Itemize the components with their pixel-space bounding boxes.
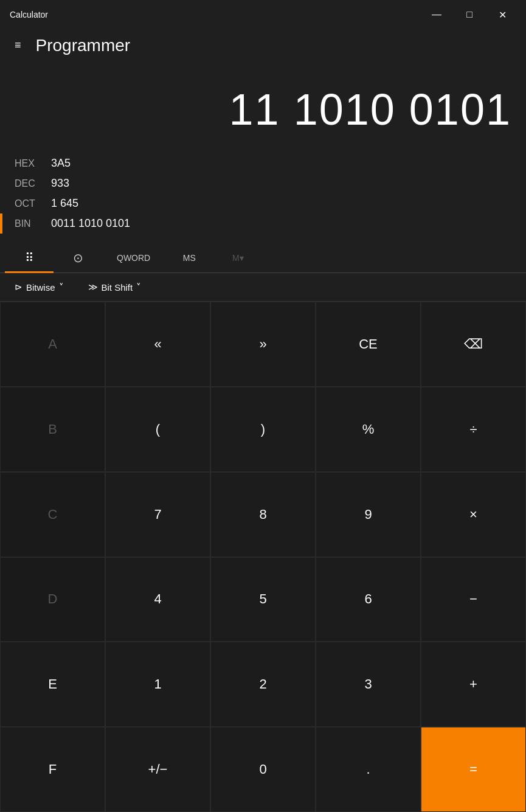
key-5[interactable]: 5 (210, 557, 316, 642)
key-label-CE: CE (359, 336, 378, 352)
key-label-0: 0 (259, 762, 266, 777)
key-label-8: 8 (259, 507, 266, 522)
tool-icon-bitshift: ≫ (88, 282, 98, 293)
conv-value-hex: 3A5 (51, 157, 71, 170)
display-area: 11 1010 0101 HEX3A5DEC933OCT1 645BIN0011… (0, 66, 526, 243)
key-A: A (0, 302, 105, 387)
key-rshift[interactable]: » (210, 302, 316, 387)
key-4[interactable]: 4 (105, 557, 210, 642)
key-label-add: + (469, 676, 477, 692)
key-label-rparen: ) (261, 422, 265, 437)
key-decimal[interactable]: . (316, 727, 421, 812)
conversion-rows: HEX3A5DEC933OCT1 645BIN0011 1010 0101 (15, 153, 511, 234)
maximize-button[interactable]: □ (455, 5, 483, 24)
conv-label-bin: BIN (15, 218, 51, 229)
window-title: Calculator (10, 10, 48, 19)
key-2[interactable]: 2 (210, 642, 316, 727)
key-C: C (0, 472, 105, 557)
key-E[interactable]: E (0, 642, 105, 727)
key-D: D (0, 557, 105, 642)
key-rparen[interactable]: ) (210, 387, 316, 472)
key-label-backspace: ⌫ (464, 336, 483, 352)
conv-label-hex: HEX (15, 158, 51, 169)
key-label-6: 6 (364, 591, 372, 607)
tool-label-bitwise: Bitwise (26, 282, 55, 293)
conv-label-oct: OCT (15, 198, 51, 209)
conversion-row-bin[interactable]: BIN0011 1010 0101 (15, 213, 511, 234)
minimize-button[interactable]: — (423, 5, 451, 24)
key-label-F: F (49, 762, 57, 777)
key-F[interactable]: F (0, 727, 105, 812)
tab-ms[interactable]: MS (165, 246, 213, 270)
key-label-A: A (48, 336, 57, 352)
main-display: 11 1010 0101 (15, 76, 511, 144)
conv-value-bin: 0011 1010 0101 (51, 217, 130, 230)
key-label-rshift: » (259, 336, 266, 352)
conversion-row-oct[interactable]: OCT1 645 (15, 193, 511, 213)
tool-bitshift[interactable]: ≫ Bit Shift ˅ (83, 279, 147, 295)
key-equals[interactable]: = (421, 727, 526, 812)
key-CE[interactable]: CE (316, 302, 421, 387)
menu-icon[interactable]: ≡ (10, 34, 26, 57)
key-label-1: 1 (154, 676, 161, 692)
key-B: B (0, 387, 105, 472)
key-multiply[interactable]: × (421, 472, 526, 557)
key-label-C: C (48, 507, 58, 522)
key-backspace[interactable]: ⌫ (421, 302, 526, 387)
tools-bar: ⊳ Bitwise ˅≫ Bit Shift ˅ (0, 273, 526, 302)
tab-m: M▾ (213, 246, 262, 270)
key-3[interactable]: 3 (316, 642, 421, 727)
tool-bitwise[interactable]: ⊳ Bitwise ˅ (10, 279, 69, 295)
key-label-equals: = (469, 762, 477, 777)
close-button[interactable]: ✕ (488, 5, 516, 24)
key-label-D: D (48, 591, 58, 607)
key-label-3: 3 (364, 676, 372, 692)
key-label-divide: ÷ (469, 422, 477, 437)
tab-label-ms: MS (183, 253, 196, 263)
key-divide[interactable]: ÷ (421, 387, 526, 472)
key-subtract[interactable]: − (421, 557, 526, 642)
key-9[interactable]: 9 (316, 472, 421, 557)
title-bar: Calculator — □ ✕ (0, 0, 526, 29)
tool-label-bitshift: Bit Shift (102, 282, 133, 293)
tab-numpad[interactable]: ⠿ (5, 243, 54, 272)
key-label-multiply: × (469, 507, 477, 522)
app-title: Programmer (36, 36, 131, 55)
key-1[interactable]: 1 (105, 642, 210, 727)
key-label-decimal: . (366, 762, 370, 777)
key-label-9: 9 (364, 507, 372, 522)
key-0[interactable]: 0 (210, 727, 316, 812)
conv-value-oct: 1 645 (51, 197, 78, 210)
window-controls: — □ ✕ (423, 5, 516, 24)
key-lshift[interactable]: « (105, 302, 210, 387)
key-label-7: 7 (154, 507, 161, 522)
conversion-row-dec[interactable]: DEC933 (15, 173, 511, 193)
tab-label-qword: QWORD (117, 253, 150, 263)
key-lparen[interactable]: ( (105, 387, 210, 472)
key-6[interactable]: 6 (316, 557, 421, 642)
key-add[interactable]: + (421, 642, 526, 727)
key-8[interactable]: 8 (210, 472, 316, 557)
tool-chevron-bitshift: ˅ (136, 282, 141, 293)
key-percent[interactable]: % (316, 387, 421, 472)
keypad: A«»CE⌫B()%÷C789×D456−E123+F+/−0.= (0, 302, 526, 812)
key-label-negate: +/− (148, 762, 168, 777)
app-header: ≡ Programmer (0, 29, 526, 66)
tab-label-m: M▾ (232, 253, 244, 263)
key-label-2: 2 (259, 676, 266, 692)
key-label-B: B (48, 422, 57, 437)
key-negate[interactable]: +/− (105, 727, 210, 812)
key-label-subtract: − (469, 591, 477, 607)
tab-bitops[interactable]: ⊙ (54, 243, 102, 272)
key-label-5: 5 (259, 591, 266, 607)
tool-chevron-bitwise: ˅ (59, 282, 64, 293)
tab-icon-numpad: ⠿ (25, 251, 34, 265)
key-label-lshift: « (154, 336, 161, 352)
key-label-E: E (48, 676, 57, 692)
key-label-4: 4 (154, 591, 161, 607)
conv-value-dec: 933 (51, 177, 69, 190)
tab-qword[interactable]: QWORD (102, 246, 165, 270)
key-7[interactable]: 7 (105, 472, 210, 557)
key-label-percent: % (362, 422, 375, 437)
conversion-row-hex[interactable]: HEX3A5 (15, 153, 511, 173)
